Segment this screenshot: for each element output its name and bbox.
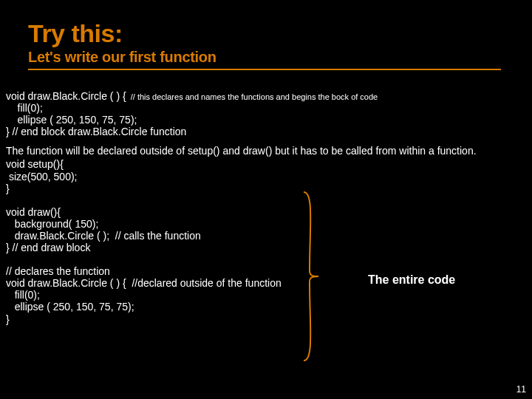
callout-label: The entire code (368, 273, 455, 287)
slide: Try this: Let's write our first function… (0, 0, 532, 399)
slide-title: Try this: (28, 21, 501, 47)
explain-paragraph: The function will be declared outside of… (6, 145, 526, 157)
snippet-1: void draw.Black.Circle ( ) { // this dec… (6, 90, 526, 102)
callout-brace (301, 191, 321, 362)
title-block: Try this: Let's write our first function (28, 21, 501, 70)
snippet-1-line-2: fill(0); (6, 102, 526, 114)
snippet-draw: void draw(){ background( 150); draw.Blac… (6, 206, 526, 253)
snippet-1-comment: // this declares and names the functions… (126, 92, 378, 101)
snippet-setup: void setup(){ size(500, 500); } (6, 158, 526, 194)
snippet-1-line-1a: void draw.Black.Circle ( ) { (6, 90, 126, 102)
title-underline (28, 69, 501, 70)
page-number: 11 (516, 384, 526, 395)
slide-subtitle: Let's write our first function (28, 49, 501, 66)
snippet-1-line-3: ellipse ( 250, 150, 75, 75); (6, 114, 526, 126)
slide-body: void draw.Black.Circle ( ) { // this dec… (6, 90, 526, 325)
snippet-1-line-4: } // end block draw.Black.Circle functio… (6, 126, 526, 137)
